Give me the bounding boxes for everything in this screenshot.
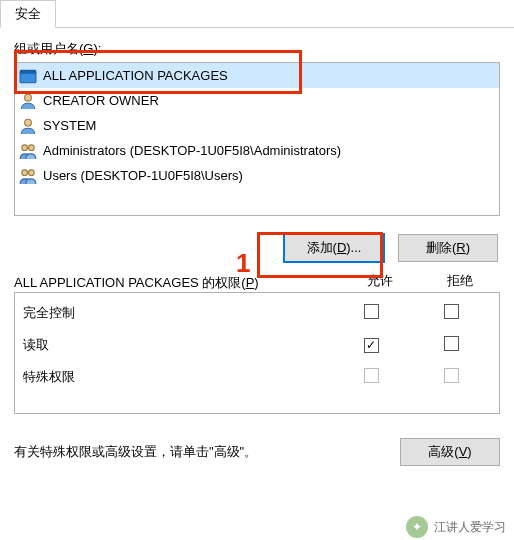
svg-point-5: [29, 144, 35, 150]
deny-checkbox[interactable]: [444, 304, 459, 319]
svg-point-2: [25, 94, 32, 101]
groups-listbox[interactable]: ALL APPLICATION PACKAGESCREATOR OWNERSYS…: [14, 62, 500, 216]
svg-point-3: [25, 119, 32, 126]
col-deny: 拒绝: [420, 272, 500, 292]
group-icon: [19, 142, 37, 160]
annotation-number-1: 1: [236, 248, 250, 279]
list-item[interactable]: Users (DESKTOP-1U0F5I8\Users): [15, 163, 499, 188]
watermark-text: 江讲人爱学习: [434, 519, 506, 536]
svg-point-4: [22, 144, 28, 150]
permission-row: 完全控制: [17, 297, 497, 329]
remove-button[interactable]: 删除(R): [398, 234, 498, 262]
deny-checkbox[interactable]: [444, 336, 459, 351]
list-item[interactable]: SYSTEM: [15, 113, 499, 138]
svg-point-7: [29, 169, 35, 175]
list-item[interactable]: ALL APPLICATION PACKAGES: [15, 63, 499, 88]
tab-security[interactable]: 安全: [0, 0, 56, 28]
permission-name: 特殊权限: [23, 368, 331, 386]
permissions-header: ALL APPLICATION PACKAGES 的权限(P) 允许 拒绝: [14, 272, 500, 292]
permissions-title: ALL APPLICATION PACKAGES 的权限(P): [14, 274, 340, 292]
svg-rect-1: [20, 70, 36, 73]
list-item-label: SYSTEM: [43, 118, 96, 133]
permission-row: 读取: [17, 329, 497, 361]
groups-label-mnemonic: G: [83, 41, 93, 56]
groups-label: 组或用户名(G):: [14, 40, 500, 58]
package-icon: [19, 67, 37, 85]
allow-checkbox: [364, 368, 379, 383]
user-icon: [19, 117, 37, 135]
permission-name: 完全控制: [23, 304, 331, 322]
list-item[interactable]: CREATOR OWNER: [15, 88, 499, 113]
svg-point-6: [22, 169, 28, 175]
list-item-label: Administrators (DESKTOP-1U0F5I8\Administ…: [43, 143, 341, 158]
group-buttons: 添加(D)... 删除(R): [14, 234, 498, 262]
add-button[interactable]: 添加(D)...: [284, 234, 384, 262]
allow-checkbox[interactable]: [364, 338, 379, 353]
user-icon: [19, 92, 37, 110]
footer-text: 有关特殊权限或高级设置，请单击"高级"。: [14, 443, 388, 461]
list-item-label: Users (DESKTOP-1U0F5I8\Users): [43, 168, 243, 183]
security-panel: 组或用户名(G): ALL APPLICATION PACKAGESCREATO…: [0, 28, 514, 466]
list-item[interactable]: Administrators (DESKTOP-1U0F5I8\Administ…: [15, 138, 499, 163]
groups-label-prefix: 组或用户名(: [14, 41, 83, 56]
col-allow: 允许: [340, 272, 420, 292]
watermark: ✦ 江讲人爱学习: [406, 516, 506, 538]
footer-row: 有关特殊权限或高级设置，请单击"高级"。 高级(V): [14, 438, 500, 466]
list-item-label: CREATOR OWNER: [43, 93, 159, 108]
advanced-button[interactable]: 高级(V): [400, 438, 500, 466]
group-icon: [19, 167, 37, 185]
wechat-icon: ✦: [406, 516, 428, 538]
deny-checkbox: [444, 368, 459, 383]
allow-checkbox[interactable]: [364, 304, 379, 319]
tab-bar: 安全: [0, 0, 514, 28]
permission-name: 读取: [23, 336, 331, 354]
groups-label-suffix: ):: [93, 41, 101, 56]
permissions-grid: 完全控制读取特殊权限: [14, 292, 500, 414]
permission-row: 特殊权限: [17, 361, 497, 393]
list-item-label: ALL APPLICATION PACKAGES: [43, 68, 228, 83]
